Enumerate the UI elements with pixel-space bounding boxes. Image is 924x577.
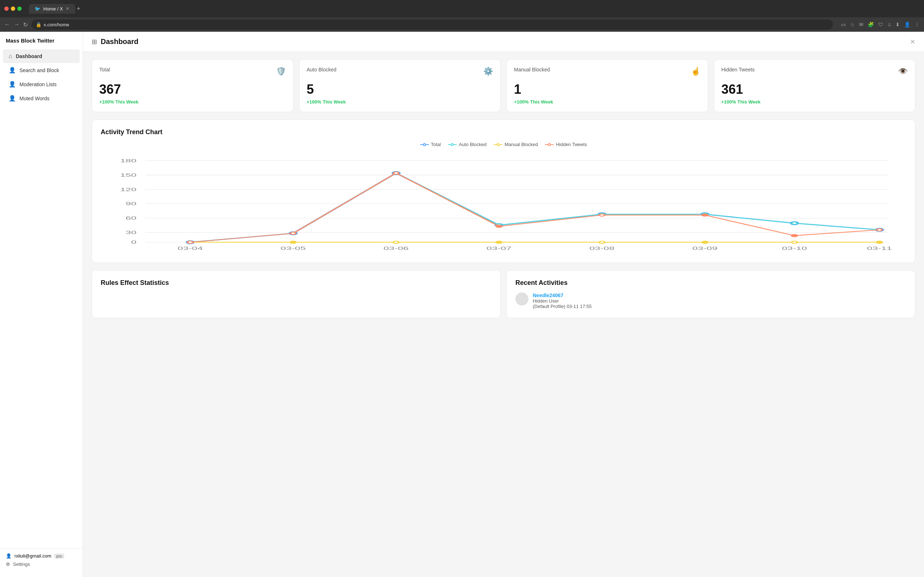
minimize-traffic-light[interactable] [11, 6, 15, 11]
activity-timestamp: (Default Profile) 03-11 17:55 [533, 304, 591, 309]
sidebar-item-muted[interactable]: 👤 Muted Words [3, 91, 80, 105]
svg-point-3 [451, 143, 453, 146]
chart-legend: Total Auto Blocked Manual Blocked Hidden… [101, 142, 906, 147]
stat-change-text-manual: This Week [530, 99, 553, 105]
forward-button[interactable]: → [14, 21, 19, 28]
bookmark-icon[interactable]: ☆ [850, 22, 855, 27]
twitter-favicon: 🐦 [35, 6, 40, 11]
legend-total: Total [420, 142, 441, 147]
tab-bar: 🐦 Home / X ✕ + [29, 4, 81, 14]
tab-title: Home / X [43, 6, 63, 11]
legend-auto: Auto Blocked [448, 142, 486, 147]
rules-title: Rules Effect Statistics [101, 279, 492, 287]
external-link-icon[interactable]: ▭ [841, 22, 846, 27]
legend-hidden-line-icon [545, 143, 554, 147]
legend-auto-label: Auto Blocked [459, 142, 486, 147]
svg-point-58 [599, 214, 604, 216]
svg-point-48 [393, 241, 399, 243]
activity-item: Needle24067 Hidden User (Default Profile… [515, 292, 906, 309]
legend-total-line-icon [420, 143, 429, 147]
back-button[interactable]: ← [4, 21, 10, 28]
stat-change-pct-auto: +100% [307, 99, 321, 105]
sidebar-brand: Mass Block Twitter [0, 37, 82, 49]
reload-button[interactable]: ↻ [23, 21, 28, 28]
shield-icon[interactable]: 🛡 [878, 22, 883, 27]
tab-close-button[interactable]: ✕ [66, 6, 69, 11]
legend-total-label: Total [431, 142, 441, 147]
profile-icon[interactable]: 👤 [904, 22, 910, 27]
stat-label-manual: Manual Blocked [514, 67, 550, 73]
close-traffic-light[interactable] [4, 6, 9, 11]
extension-icon[interactable]: 🧩 [868, 22, 874, 27]
sidebar-item-search-block[interactable]: 👤 Search and Block [3, 63, 80, 77]
url-bar[interactable]: 🔒 x.com/home [31, 19, 833, 29]
stat-change-text-hidden: This Week [737, 99, 761, 105]
chart-title: Activity Trend Chart [101, 128, 906, 136]
gear-icon: ⚙ [6, 561, 10, 567]
user-email: rxliuli@gmail.com [15, 553, 51, 559]
stat-card-total-header: Total 🛡️ [99, 67, 286, 76]
svg-point-55 [291, 232, 296, 234]
stat-change-hidden: +100% This Week [722, 99, 908, 105]
stat-card-hidden-header: Hidden Tweets 👁️ [722, 67, 908, 76]
svg-point-52 [792, 241, 797, 243]
menu-icon[interactable]: ⋮ [914, 22, 920, 27]
svg-text:60: 60 [126, 216, 136, 221]
svg-point-49 [496, 241, 502, 243]
svg-text:03-07: 03-07 [486, 246, 512, 251]
legend-auto-line-icon [448, 143, 457, 147]
activity-label: Hidden User [533, 298, 559, 304]
chart-container: 180 150 120 90 60 30 0 03-04 03-05 03-06… [101, 153, 906, 254]
svg-text:03-08: 03-08 [590, 246, 615, 251]
dashboard-header: ⊞ Dashboard ✕ [83, 32, 924, 52]
legend-manual: Manual Blocked [494, 142, 538, 147]
active-tab[interactable]: 🐦 Home / X ✕ [29, 4, 75, 14]
stat-card-auto-blocked: Auto Blocked ⚙️ 5 +100% This Week [299, 59, 501, 112]
layout-toggle-icon[interactable]: ⊞ [92, 38, 97, 46]
stat-value-auto: 5 [307, 82, 493, 97]
new-tab-button[interactable]: + [76, 5, 81, 13]
close-button[interactable]: ✕ [910, 38, 915, 46]
activities-card: Recent Activities Needle24067 Hidden Use… [506, 270, 915, 318]
svg-text:03-09: 03-09 [692, 246, 717, 251]
stat-card-total: Total 🛡️ 367 +100% This Week [92, 59, 294, 112]
mail-icon[interactable]: ✉ [859, 22, 863, 27]
download-icon[interactable]: ⬇ [895, 22, 900, 27]
maximize-traffic-light[interactable] [17, 6, 22, 11]
sidebar-settings[interactable]: ⚙ Settings [6, 561, 77, 567]
user-search-icon: 👤 [9, 67, 16, 74]
browser-toolbar: ← → ↻ 🔒 x.com/home ▭ ☆ ✉ 🧩 🛡 ♫ ⬇ 👤 ⋮ [0, 17, 924, 32]
sidebar-label-dashboard: Dashboard [16, 53, 42, 59]
svg-point-60 [792, 234, 797, 237]
svg-point-57 [496, 225, 502, 227]
svg-text:180: 180 [120, 158, 137, 163]
stat-value-manual: 1 [514, 82, 701, 97]
activities-title: Recent Activities [515, 279, 906, 287]
sidebar-label-muted: Muted Words [19, 95, 50, 102]
svg-text:120: 120 [120, 187, 137, 192]
stat-change-pct-total: +100% [99, 99, 114, 105]
rules-card: Rules Effect Statistics [92, 270, 501, 318]
svg-point-56 [393, 172, 399, 174]
sidebar-nav: ⌂ Dashboard 👤 Search and Block 👤 Moderat… [0, 49, 82, 548]
svg-point-7 [548, 143, 551, 146]
svg-point-59 [703, 214, 708, 216]
stat-card-manual: Manual Blocked ☝️ 1 +100% This Week [506, 59, 708, 112]
svg-point-51 [703, 241, 708, 243]
legend-manual-label: Manual Blocked [505, 142, 538, 147]
main-content: ⊞ Dashboard ✕ Total 🛡️ 367 +100% This We… [83, 32, 924, 577]
sidebar-item-moderation[interactable]: 👤 Moderation Lists [3, 77, 80, 91]
url-text: x.com/home [44, 22, 69, 27]
activity-username[interactable]: Needle24067 [533, 292, 591, 298]
stats-grid: Total 🛡️ 367 +100% This Week Auto Blocke… [83, 52, 924, 119]
stat-card-hidden: Hidden Tweets 👁️ 361 +100% This Week [714, 59, 916, 112]
music-icon[interactable]: ♫ [888, 22, 892, 27]
pro-badge: pro [54, 554, 64, 559]
sidebar: Mass Block Twitter ⌂ Dashboard 👤 Search … [0, 32, 83, 577]
sidebar-item-dashboard[interactable]: ⌂ Dashboard [3, 49, 80, 63]
sidebar-footer: 👤 rxliuli@gmail.com pro ⚙ Settings [0, 548, 82, 571]
svg-text:90: 90 [126, 201, 136, 206]
dashboard-title-area: ⊞ Dashboard [92, 37, 138, 46]
page-title: Dashboard [101, 37, 138, 46]
home-icon: ⌂ [9, 53, 12, 60]
